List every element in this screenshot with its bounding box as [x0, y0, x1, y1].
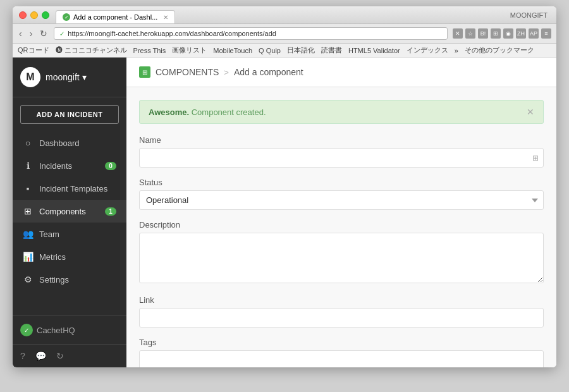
- address-input[interactable]: ✓ https://moongift-cachet.herokuapp.com/…: [54, 27, 448, 40]
- add-incident-button[interactable]: ADD AN INCIDENT: [20, 105, 119, 124]
- action-icon-7[interactable]: AP: [529, 28, 539, 39]
- action-icon-2[interactable]: ☆: [465, 28, 475, 39]
- sidebar-item-label: Incidents: [39, 161, 72, 171]
- sidebar-item-metrics[interactable]: 📊 Metrics: [13, 245, 126, 268]
- main-content: ⊞ COMPONENTS > Add a component Awesome. …: [126, 58, 556, 367]
- bookmark-nico[interactable]: 🅝 ニコニコチャンネル: [56, 46, 127, 55]
- bookmarks-bar: QRコード 🅝 ニコニコチャンネル Press This 画像リスト Mobil…: [13, 44, 556, 58]
- bookmark-jp[interactable]: 日本語化: [287, 46, 315, 55]
- name-label: Name: [139, 135, 544, 145]
- name-input-icon: ⊞: [532, 154, 539, 162]
- app-container: M moongift ▾ ADD AN INCIDENT ○ Dashboard…: [13, 58, 556, 367]
- sidebar-item-incidents[interactable]: ℹ Incidents 0: [13, 154, 126, 177]
- form-group-status: Status Operational Performance Issues Pa…: [139, 178, 544, 210]
- tab-close-button[interactable]: ✕: [163, 14, 168, 21]
- ssl-icon: ✓: [59, 30, 64, 37]
- success-alert: Awesome. Component created. ✕: [139, 100, 544, 124]
- cachethq-label: CachetHQ: [37, 326, 75, 335]
- sidebar-item-team[interactable]: 👥 Team: [13, 223, 126, 245]
- bookmark-more-ellipsis[interactable]: »: [455, 47, 458, 54]
- action-icon-5[interactable]: ◉: [503, 28, 513, 39]
- sidebar-nav: ○ Dashboard ℹ Incidents 0 ▪ Incident Tem…: [13, 132, 126, 315]
- tags-input[interactable]: [139, 350, 544, 367]
- close-button[interactable]: [19, 11, 27, 19]
- refresh-icon[interactable]: ↻: [56, 351, 64, 361]
- alert-message: Component created.: [192, 107, 266, 117]
- alert-strong: Awesome.: [149, 107, 189, 117]
- team-icon: 👥: [23, 229, 33, 239]
- name-input-wrapper: ⊞: [139, 148, 544, 168]
- sidebar-item-label: Settings: [39, 275, 69, 285]
- action-icon-4[interactable]: ⊞: [491, 28, 501, 39]
- sidebar-logo: M: [20, 67, 40, 87]
- bookmark-html5[interactable]: HTML5 Validator: [348, 47, 400, 54]
- sidebar-item-incident-templates[interactable]: ▪ Incident Templates: [13, 177, 126, 200]
- status-label: Status: [139, 178, 544, 187]
- logo-char: M: [26, 71, 34, 83]
- sidebar-item-label: Incident Templates: [39, 184, 107, 193]
- sidebar-brand: moongift ▾: [46, 72, 87, 82]
- brand-name: moongift: [46, 72, 80, 82]
- incidents-badge: 0: [105, 162, 116, 170]
- sidebar-item-label: Metrics: [39, 252, 66, 262]
- address-url: https://moongift-cachet.herokuapp.com/da…: [68, 30, 276, 37]
- metrics-icon: 📊: [23, 252, 33, 262]
- link-label: Link: [139, 295, 544, 305]
- breadcrumb-sub: Add a component: [234, 67, 303, 77]
- breadcrumb-root: COMPONENTS: [156, 67, 219, 77]
- form-group-link: Link: [139, 295, 544, 328]
- bookmark-others[interactable]: その他のブックマーク: [465, 46, 534, 55]
- cachethq-icon: ✓: [20, 324, 33, 336]
- tab-favicon: ✓: [63, 13, 70, 21]
- cachethq-logo: ✓ CachetHQ: [20, 324, 119, 336]
- reload-button[interactable]: ↻: [39, 28, 49, 39]
- sidebar-item-components[interactable]: ⊞ Components 1: [13, 200, 126, 223]
- components-badge: 1: [105, 207, 116, 216]
- sidebar-header: M moongift ▾: [13, 58, 126, 97]
- components-icon: ⊞: [23, 206, 33, 216]
- sidebar-item-label: Components: [39, 207, 86, 216]
- link-input[interactable]: [139, 308, 544, 328]
- status-select[interactable]: Operational Performance Issues Partial O…: [139, 190, 544, 210]
- bookmark-read[interactable]: 読書書: [321, 46, 342, 55]
- bookmark-imglist[interactable]: 画像リスト: [172, 46, 207, 55]
- moongift-label: MOONGIFT: [510, 11, 550, 19]
- content-body: Awesome. Component created. ✕ Name ⊞ Sta…: [126, 87, 556, 367]
- traffic-lights: [19, 11, 49, 19]
- active-tab[interactable]: ✓ Add a component - Dashl... ✕: [56, 10, 175, 23]
- action-icon-8[interactable]: ≡: [541, 28, 551, 39]
- chat-icon[interactable]: 💬: [35, 351, 46, 361]
- tab-title: Add a component - Dashl...: [73, 13, 157, 21]
- bookmark-index[interactable]: インデックス: [407, 46, 448, 55]
- tab-bar: ✓ Add a component - Dashl... ✕: [56, 6, 510, 23]
- sidebar-item-label: Dashboard: [39, 138, 80, 148]
- sidebar-footer: ✓ CachetHQ: [13, 315, 126, 344]
- page-header: ⊞ COMPONENTS > Add a component: [126, 58, 556, 87]
- bookmark-qr[interactable]: QRコード: [18, 46, 49, 55]
- action-icon-1[interactable]: ✕: [453, 28, 463, 39]
- breadcrumb-separator: >: [224, 68, 229, 77]
- incidents-icon: ℹ: [23, 161, 33, 171]
- brand-dropdown-icon[interactable]: ▾: [82, 72, 87, 82]
- sidebar-item-dashboard[interactable]: ○ Dashboard: [13, 132, 126, 154]
- action-icon-3[interactable]: B!: [478, 28, 488, 39]
- back-button[interactable]: ‹: [18, 28, 23, 39]
- alert-text: Awesome. Component created.: [149, 107, 266, 117]
- templates-icon: ▪: [23, 183, 33, 193]
- help-icon[interactable]: ?: [20, 351, 25, 361]
- bookmark-quip[interactable]: Q Quip: [259, 47, 281, 54]
- name-input[interactable]: [139, 148, 544, 168]
- bookmark-mobile[interactable]: MobileTouch: [213, 47, 252, 54]
- description-input[interactable]: [139, 233, 544, 283]
- sidebar: M moongift ▾ ADD AN INCIDENT ○ Dashboard…: [13, 58, 126, 367]
- settings-icon: ⚙: [23, 274, 33, 285]
- action-icon-6[interactable]: ZH: [516, 28, 526, 39]
- alert-close-button[interactable]: ✕: [527, 107, 534, 117]
- bookmark-press[interactable]: Press This: [133, 47, 166, 54]
- browser-titlebar: ✓ Add a component - Dashl... ✕ MOONGIFT: [13, 6, 556, 24]
- forward-button[interactable]: ›: [28, 28, 34, 39]
- sidebar-item-settings[interactable]: ⚙ Settings: [13, 268, 126, 291]
- maximize-button[interactable]: [42, 11, 49, 19]
- minimize-button[interactable]: [30, 11, 38, 19]
- description-label: Description: [139, 220, 544, 230]
